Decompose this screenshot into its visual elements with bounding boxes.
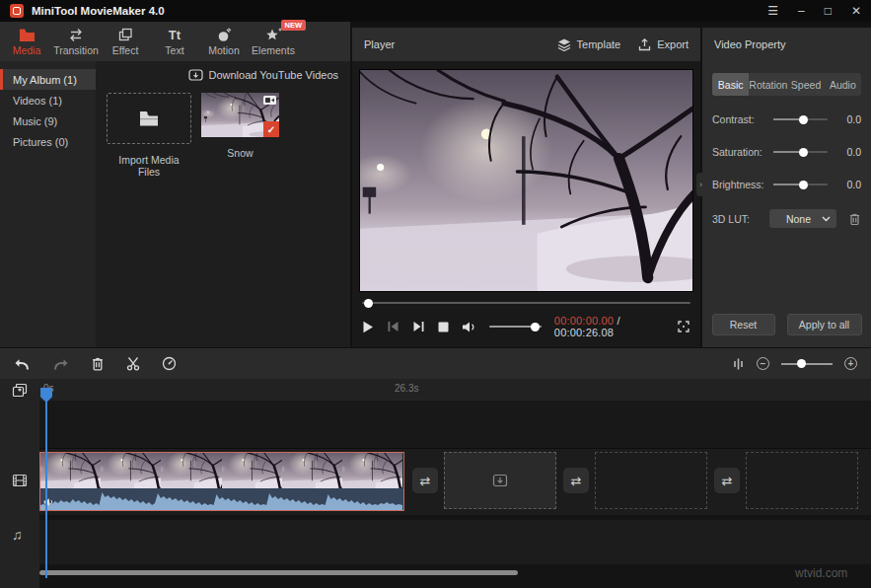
saturation-slider[interactable]	[773, 151, 828, 153]
chevron-down-icon	[822, 216, 831, 222]
previous-frame-button[interactable]	[387, 321, 399, 332]
clip-placeholder-3[interactable]	[746, 452, 858, 509]
template-button[interactable]: Template	[557, 38, 621, 51]
delete-button[interactable]	[91, 356, 105, 371]
overlay-track[interactable]	[39, 401, 871, 449]
clip-placeholder-1[interactable]	[444, 452, 556, 509]
tab-rotation[interactable]: Rotation	[749, 73, 787, 96]
seek-knob[interactable]	[364, 299, 373, 308]
tab-motion-label: Motion	[208, 44, 240, 56]
transition-slot-1[interactable]: ⇄	[412, 468, 438, 493]
fit-timeline-icon[interactable]	[732, 357, 745, 371]
import-media-card[interactable]: Import Media Files	[107, 93, 191, 178]
tab-audio[interactable]: Audio	[825, 73, 861, 96]
media-folder-icon	[19, 28, 36, 42]
lut-delete-icon[interactable]	[848, 212, 861, 226]
elements-star-icon	[265, 28, 282, 42]
template-label: Template	[577, 38, 621, 50]
clip-audio-waveform	[40, 488, 403, 510]
horizontal-scrollbar[interactable]	[39, 570, 518, 575]
timeline-zoom-slider[interactable]	[781, 363, 833, 365]
volume-slider[interactable]	[489, 326, 542, 328]
tab-speed[interactable]: Speed	[787, 73, 824, 96]
playhead-line[interactable]	[45, 391, 47, 578]
zoom-in-button[interactable]: +	[844, 357, 857, 370]
saturation-knob[interactable]	[799, 148, 808, 157]
reset-button[interactable]: Reset	[712, 314, 775, 335]
brightness-slider[interactable]	[773, 184, 828, 185]
app-logo-icon	[10, 4, 24, 18]
video-preview[interactable]	[359, 69, 693, 292]
transition-slot-2[interactable]: ⇄	[563, 468, 589, 493]
apply-to-all-button[interactable]: Apply to all	[787, 314, 862, 335]
app-window: MiniTool MovieMaker 4.0 ☰ – □ ✕ Media Tr…	[0, 0, 871, 588]
contrast-value: 0.0	[846, 113, 861, 125]
template-layers-icon	[557, 38, 571, 51]
sidebar-item-videos[interactable]: Videos (1)	[0, 90, 96, 110]
drop-media-icon	[492, 474, 508, 487]
lut-dropdown[interactable]: None	[769, 209, 836, 228]
contrast-slider[interactable]	[773, 118, 828, 120]
download-youtube-link[interactable]: Download YouTube Videos	[96, 61, 350, 81]
motion-icon	[216, 28, 232, 42]
next-frame-button[interactable]	[412, 321, 425, 332]
video-property-title: Video Property	[714, 38, 786, 50]
timeline-ruler[interactable]: 0s 26.3s	[39, 379, 871, 401]
transition-slot-3[interactable]: ⇄	[714, 468, 740, 493]
folder-icon	[138, 110, 160, 127]
music-track-icon: ♫	[12, 527, 23, 543]
fullscreen-button[interactable]	[677, 320, 690, 333]
import-drop-zone[interactable]	[107, 93, 191, 144]
timeline-zoom-knob[interactable]	[797, 359, 806, 368]
tab-text[interactable]: Tt Text	[150, 28, 199, 56]
close-icon[interactable]: ✕	[851, 5, 861, 17]
stop-button[interactable]	[438, 322, 449, 332]
clip-thumbnail[interactable]: ✓	[201, 93, 279, 137]
undo-button[interactable]	[14, 357, 31, 371]
speed-control-button[interactable]	[162, 356, 177, 371]
volume-knob[interactable]	[531, 323, 540, 331]
export-label: Export	[657, 38, 689, 50]
library-sidebar: My Album (1) Videos (1) Music (9) Pictur…	[0, 61, 96, 347]
tab-transition[interactable]: Transition	[51, 28, 101, 56]
volume-icon[interactable]	[462, 321, 476, 333]
sidebar-item-pictures[interactable]: Pictures (0)	[0, 131, 96, 152]
add-track-icon[interactable]	[12, 383, 28, 398]
play-button[interactable]	[362, 321, 374, 333]
contrast-knob[interactable]	[799, 115, 808, 124]
property-tabs: Basic Rotation Speed Audio	[712, 73, 861, 96]
timeline-clip-snow[interactable]	[39, 452, 404, 511]
zoom-out-button[interactable]: −	[757, 357, 769, 370]
sidebar-item-my-album[interactable]: My Album (1)	[0, 69, 96, 90]
music-track[interactable]	[39, 520, 871, 564]
clip-placeholder-2[interactable]	[595, 452, 707, 509]
tab-basic[interactable]: Basic	[712, 73, 749, 96]
redo-button[interactable]	[52, 357, 69, 371]
current-time: 00:00:00.00	[554, 315, 614, 327]
panel-collapse-handle[interactable]: ›	[696, 173, 705, 196]
time-separator: /	[614, 315, 620, 327]
tab-elements[interactable]: NEW Elements	[249, 28, 298, 56]
export-button[interactable]: Export	[638, 38, 689, 51]
media-library-panel: Download YouTube Videos Import Media Fil…	[96, 61, 350, 347]
seek-track[interactable]	[362, 302, 690, 304]
split-scissors-button[interactable]	[126, 356, 140, 371]
text-tool-icon: Tt	[169, 28, 181, 42]
player-title: Player	[364, 38, 395, 50]
tab-effect[interactable]: Effect	[101, 28, 150, 56]
tab-media[interactable]: Media	[2, 28, 51, 56]
brightness-knob[interactable]	[799, 181, 808, 189]
tab-elements-label: Elements	[252, 44, 295, 56]
window-title: MiniTool MovieMaker 4.0	[32, 5, 165, 17]
title-bar: MiniTool MovieMaker 4.0 ☰ – □ ✕	[0, 0, 871, 22]
media-clip-card[interactable]: ✓ Snow	[201, 93, 279, 178]
minimize-icon[interactable]: –	[798, 5, 805, 17]
export-icon	[638, 38, 651, 51]
watermark: wtvid.com	[795, 566, 847, 580]
maximize-icon[interactable]: □	[825, 5, 832, 17]
seek-bar[interactable]	[362, 294, 690, 312]
menu-icon[interactable]: ☰	[767, 5, 778, 17]
contrast-label: Contrast:	[712, 113, 773, 125]
tab-motion[interactable]: Motion	[199, 28, 249, 56]
sidebar-item-music[interactable]: Music (9)	[0, 110, 96, 131]
